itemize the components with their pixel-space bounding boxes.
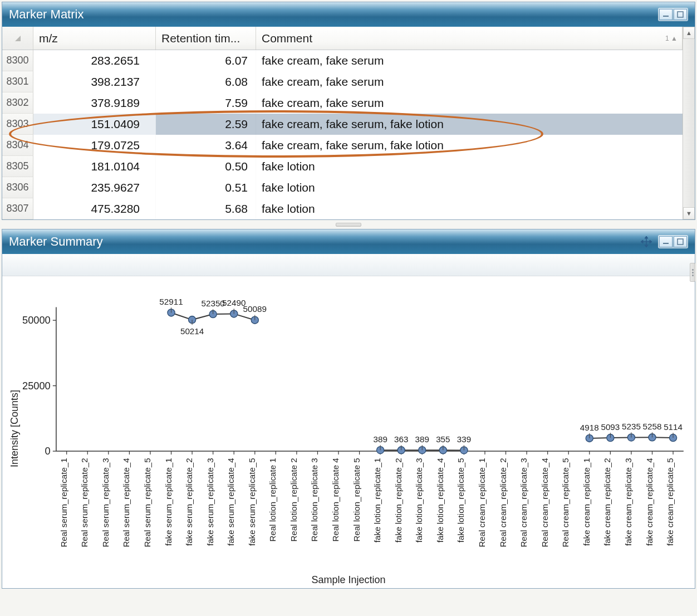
intensity-chart[interactable]: 02500050000Real serum_replicate_1Real se…: [22, 282, 689, 575]
grid-rows: 8300283.26516.07fake cream, fake serum83…: [2, 50, 683, 219]
svg-text:Real serum_replicate_4: Real serum_replicate_4: [121, 458, 131, 547]
maximize-button[interactable]: [674, 236, 687, 247]
mz-cell: 398.2137: [33, 71, 156, 92]
svg-text:fake cream_replicate_2: fake cream_replicate_2: [602, 458, 612, 546]
mz-column-header[interactable]: m/z: [33, 27, 156, 50]
marker-matrix-title: Marker Matrix: [9, 7, 84, 22]
retention-time-cell: 6.08: [156, 71, 256, 92]
retention-time-cell: 2.59: [156, 114, 256, 135]
svg-text:Real cream_replicate_5: Real cream_replicate_5: [561, 458, 570, 547]
comment-cell: fake cream, fake serum, fake lotion: [256, 114, 683, 135]
marker-summary-title: Marker Summary: [9, 234, 103, 249]
svg-rect-10: [678, 239, 683, 245]
summary-toolbar: [2, 254, 695, 276]
right-splitter-grip[interactable]: [690, 263, 695, 282]
table-row[interactable]: 8301398.21376.08fake cream, fake serum: [2, 71, 683, 92]
svg-text:fake cream_replicate_4: fake cream_replicate_4: [644, 458, 654, 546]
svg-text:Real cream_replicate_4: Real cream_replicate_4: [540, 458, 549, 547]
row-index-cell: 8307: [2, 198, 33, 219]
table-row[interactable]: 8304179.07253.64fake cream, fake serum, …: [2, 135, 683, 156]
row-index-cell: 8303: [2, 114, 33, 135]
marker-summary-titlebar[interactable]: Marker Summary: [2, 229, 695, 254]
chart-y-axis-label: Intensity [Counts]: [8, 282, 22, 575]
svg-text:fake lotion_replicate_5: fake lotion_replicate_5: [456, 458, 465, 542]
comment-cell: fake lotion: [256, 156, 683, 177]
svg-text:389: 389: [373, 434, 387, 444]
marker-matrix-window-buttons: [658, 8, 688, 21]
svg-text:Real serum_replicate_5: Real serum_replicate_5: [143, 458, 152, 547]
horizontal-splitter[interactable]: [0, 222, 697, 227]
select-all-corner[interactable]: [2, 27, 33, 50]
svg-text:339: 339: [457, 434, 471, 444]
table-row[interactable]: 8300283.26516.07fake cream, fake serum: [2, 50, 683, 71]
svg-text:fake cream_replicate_5: fake cream_replicate_5: [665, 458, 675, 546]
svg-text:5114: 5114: [664, 422, 683, 432]
svg-text:4918: 4918: [580, 423, 599, 432]
maximize-button[interactable]: [674, 9, 687, 20]
svg-text:Real lotion_replicate 3: Real lotion_replicate 3: [310, 458, 319, 541]
svg-text:Real cream_replicate_1: Real cream_replicate_1: [477, 458, 487, 547]
grid-vertical-scrollbar[interactable]: ▲ ▼: [683, 27, 695, 219]
mz-cell: 181.0104: [33, 156, 156, 177]
pan-move-icon[interactable]: [640, 236, 652, 248]
mz-cell: 179.0725: [33, 135, 156, 156]
marker-summary-panel: Marker Summary Intensity [Counts]: [2, 229, 695, 589]
scroll-track[interactable]: [683, 39, 695, 207]
svg-text:5235: 5235: [622, 422, 641, 431]
svg-text:fake lotion_replicate_2: fake lotion_replicate_2: [394, 458, 403, 542]
row-index-cell: 8302: [2, 92, 33, 114]
svg-text:Real serum_replicate_1: Real serum_replicate_1: [59, 458, 68, 547]
comment-cell: fake lotion: [256, 177, 683, 198]
chart-area: Intensity [Counts] 02500050000Real serum…: [2, 276, 695, 588]
table-row[interactable]: 8303151.04092.59fake cream, fake serum, …: [2, 114, 683, 135]
svg-rect-1: [678, 12, 683, 17]
row-index-cell: 8304: [2, 135, 33, 156]
svg-marker-2: [15, 36, 21, 41]
svg-text:50000: 50000: [22, 314, 51, 326]
svg-marker-5: [645, 236, 648, 238]
svg-rect-0: [663, 16, 669, 17]
svg-text:Real lotion_replicate 1: Real lotion_replicate 1: [268, 458, 277, 541]
retention-time-cell: 0.51: [156, 177, 256, 198]
comment-cell: fake cream, fake serum: [256, 92, 683, 114]
svg-text:fake serum_replicate_4: fake serum_replicate_4: [226, 458, 235, 546]
svg-text:5258: 5258: [643, 422, 662, 431]
svg-text:fake cream_replicate_3: fake cream_replicate_3: [624, 458, 633, 546]
svg-text:52350: 52350: [201, 299, 224, 308]
minimize-button[interactable]: [659, 9, 673, 20]
comment-cell: fake cream, fake serum: [256, 50, 683, 71]
minimize-button[interactable]: [659, 236, 673, 247]
scroll-up-button[interactable]: ▲: [683, 27, 695, 39]
table-row[interactable]: 8307475.32805.68fake lotion: [2, 198, 683, 219]
svg-text:25000: 25000: [22, 380, 51, 392]
svg-marker-7: [641, 240, 643, 243]
comment-cell: fake lotion: [256, 198, 683, 219]
mz-cell: 475.3280: [33, 198, 156, 219]
svg-marker-6: [645, 245, 648, 247]
comment-column-header[interactable]: Comment: [256, 27, 683, 50]
svg-text:Real cream_replicate_2: Real cream_replicate_2: [498, 458, 508, 547]
table-row[interactable]: 8305181.01040.50fake lotion: [2, 156, 683, 177]
row-index-cell: 8301: [2, 71, 33, 92]
svg-text:fake lotion_replicate_3: fake lotion_replicate_3: [414, 458, 424, 542]
svg-text:fake serum_replicate_3: fake serum_replicate_3: [205, 458, 215, 546]
svg-text:fake serum_replicate_5: fake serum_replicate_5: [247, 458, 257, 546]
svg-text:Real lotion_replicate 5: Real lotion_replicate 5: [352, 458, 361, 541]
table-row[interactable]: 8306235.96270.51fake lotion: [2, 177, 683, 198]
mz-cell: 283.2651: [33, 50, 156, 71]
svg-text:fake serum_replicate_2: fake serum_replicate_2: [184, 458, 194, 546]
svg-text:389: 389: [415, 434, 429, 444]
mz-cell: 378.9189: [33, 92, 156, 114]
mz-cell: 151.0409: [33, 114, 156, 135]
marker-matrix-grid: m/z Retention tim... Comment 8300283.265…: [2, 27, 695, 219]
scroll-down-button[interactable]: ▼: [683, 207, 695, 219]
svg-text:Real lotion_replicate 2: Real lotion_replicate 2: [289, 458, 298, 541]
marker-matrix-titlebar[interactable]: Marker Matrix: [2, 2, 695, 27]
marker-matrix-panel: Marker Matrix m/z Retention tim... Comme…: [2, 2, 695, 220]
retention-time-column-header[interactable]: Retention tim...: [156, 27, 256, 50]
table-row[interactable]: 8302378.91897.59fake cream, fake serum: [2, 92, 683, 114]
comment-cell: fake cream, fake serum: [256, 71, 683, 92]
svg-text:Real serum_replicate_3: Real serum_replicate_3: [101, 458, 110, 547]
svg-text:52490: 52490: [222, 298, 246, 307]
svg-marker-8: [650, 240, 652, 243]
